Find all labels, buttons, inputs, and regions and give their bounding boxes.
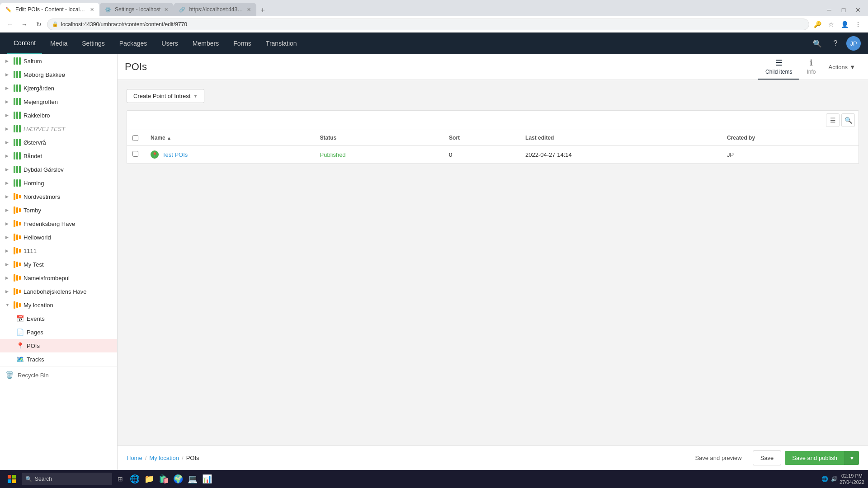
list-view-btn[interactable]: ☰ — [826, 113, 840, 127]
tab-child-items[interactable]: ☰ Child items — [758, 54, 799, 80]
forward-btn[interactable]: → — [18, 18, 31, 31]
taskbar-chrome[interactable]: 🌍 — [172, 473, 184, 485]
sidebar-icon — [14, 57, 21, 65]
sidebar-item-helloworld[interactable]: ▶ Helloworld — [0, 230, 117, 244]
sidebar-item-haervej[interactable]: ▶ HÆRVEJ TEST — [0, 122, 117, 136]
page-icon: 📄 — [16, 328, 24, 336]
nav-content[interactable]: Content — [7, 33, 42, 54]
save-button[interactable]: Save — [753, 450, 782, 465]
item-link-testpois[interactable]: 📍 Test POIs — [151, 150, 309, 159]
nav-members[interactable]: Members — [186, 33, 225, 54]
sidebar-item-mylocation[interactable]: ▼ My location — [0, 298, 117, 312]
breadcrumb-mylocation[interactable]: My location — [149, 455, 179, 461]
help-icon[interactable]: ? — [828, 36, 843, 51]
sidebar-item-frederiksberg[interactable]: ▶ Frederiksberg Have — [0, 217, 117, 230]
taskbar-vscode[interactable]: 💻 — [186, 473, 199, 485]
taskbar-search-icon: 🔍 — [25, 476, 32, 482]
sidebar-item-tornby[interactable]: ▶ Tornby — [0, 203, 117, 217]
tracks-icon: 🗺️ — [16, 356, 24, 363]
network-icon[interactable]: 🌐 — [821, 476, 828, 482]
recycle-bin-item[interactable]: 🗑️ Recycle Bin — [0, 366, 117, 384]
actions-dropdown[interactable]: Actions ▼ — [823, 61, 861, 73]
sidebar-item-nordvestmors[interactable]: ▶ Nordvestmors — [0, 190, 117, 203]
breadcrumb-home[interactable]: Home — [127, 455, 142, 461]
publish-dropdown-button[interactable]: ▼ — [844, 451, 859, 465]
sidebar-item-kjaergaarden[interactable]: ▶ Kjærgården — [0, 81, 117, 95]
create-point-button[interactable]: Create Point of Intrest ▼ — [127, 89, 204, 103]
row-checkbox[interactable] — [132, 151, 138, 157]
nav-forms[interactable]: Forms — [227, 33, 258, 54]
table-row: 📍 Test POIs Published 0 — [127, 146, 859, 164]
taskbar-task-view[interactable]: ⊞ — [114, 473, 127, 485]
sidebar-child-pages[interactable]: 📄 Pages — [0, 325, 117, 339]
address-text: localhost:44390/umbraco#/content/content… — [61, 21, 187, 28]
tab1-favicon: ✏️ — [5, 7, 12, 13]
address-bar[interactable]: 🔒 localhost:44390/umbraco#/content/conte… — [47, 19, 809, 30]
chevron-icon: ▶ — [5, 194, 11, 199]
new-tab-button[interactable]: ＋ — [256, 4, 269, 16]
volume-icon[interactable]: 🔊 — [831, 476, 838, 482]
minimize-btn[interactable]: ─ — [823, 4, 835, 16]
sidebar-item-horning[interactable]: ▶ Horning — [0, 176, 117, 190]
taskbar-clock[interactable]: 02:19 PM 27/04/2022 — [840, 473, 864, 486]
menu-btn[interactable]: ⋮ — [852, 18, 864, 31]
bookmark-btn[interactable]: ☆ — [825, 18, 837, 31]
nav-packages[interactable]: Packages — [113, 33, 153, 54]
browser-tab-1[interactable]: ✏️ Edit: POIs - Content - localhost ✕ — [0, 3, 99, 16]
taskbar-edge[interactable]: 🌐 — [128, 473, 141, 485]
nav-translation[interactable]: Translation — [259, 33, 303, 54]
tab3-close[interactable]: ✕ — [247, 7, 251, 13]
sidebar-item-nameisfrombepul[interactable]: ▶ Nameisfrombepul — [0, 271, 117, 285]
sidebar-label-oestervraa: Østervrå — [24, 139, 113, 146]
sidebar-item-1111[interactable]: ▶ 1111 — [0, 244, 117, 258]
sidebar-item-mejerigruften[interactable]: ▶ Mejerigroften — [0, 95, 117, 108]
browser-tab-3[interactable]: 🔗 https://localhost:44390/api/v1/ic... ✕ — [174, 3, 256, 16]
nav-users[interactable]: Users — [155, 33, 184, 54]
sidebar-item-moeborg[interactable]: ▶ Møborg Bakkeø — [0, 68, 117, 81]
breadcrumb: Home / My location / POIs — [127, 455, 199, 461]
sort-value: 0 — [449, 151, 452, 158]
browser-tab-2[interactable]: ⚙️ Settings - localhost ✕ — [99, 3, 174, 16]
taskbar-search[interactable]: 🔍 Search — [22, 473, 112, 485]
reload-btn[interactable]: ↻ — [33, 18, 45, 31]
maximize-btn[interactable]: □ — [837, 4, 850, 16]
content-body: Create Point of Intrest ▼ ☰ 🔍 — [118, 80, 868, 446]
search-table-btn[interactable]: 🔍 — [841, 113, 855, 127]
sidebar-child-tracks[interactable]: 🗺️ Tracks — [0, 352, 117, 366]
sidebar-item-dybdal[interactable]: ▶ Dybdal Gårslev — [0, 163, 117, 176]
chevron-icon: ▶ — [5, 289, 11, 294]
sidebar-item-oestervraa[interactable]: ▶ Østervrå — [0, 136, 117, 149]
created-by-col-label: Created by — [727, 135, 755, 141]
tab2-close[interactable]: ✕ — [164, 7, 168, 13]
sidebar-icon — [14, 71, 21, 78]
col-created-by: Created by — [722, 130, 859, 146]
extensions-btn[interactable]: 🔑 — [811, 18, 824, 31]
close-btn[interactable]: ✕ — [852, 4, 864, 16]
search-icon[interactable]: 🔍 — [810, 36, 825, 51]
back-btn[interactable]: ← — [4, 18, 16, 31]
taskbar-app1[interactable]: 📊 — [201, 473, 213, 485]
nav-media[interactable]: Media — [44, 33, 74, 54]
nav-settings[interactable]: Settings — [75, 33, 111, 54]
sidebar-item-mytest[interactable]: ▶ My Test — [0, 258, 117, 271]
start-button[interactable] — [4, 472, 20, 486]
save-publish-button[interactable]: Save and publish — [785, 451, 844, 465]
sidebar-child-events[interactable]: 📅 Events — [0, 312, 117, 325]
tab-info[interactable]: ℹ Info — [799, 54, 823, 80]
sidebar-item-saltum[interactable]: ▶ Saltum — [0, 54, 117, 68]
taskbar-explorer[interactable]: 📁 — [143, 473, 156, 485]
select-all-checkbox[interactable] — [132, 135, 138, 141]
taskbar-store[interactable]: 🛍️ — [157, 473, 170, 485]
sidebar-item-baandet[interactable]: ▶ Båndet — [0, 149, 117, 163]
sidebar-icon — [14, 98, 21, 105]
sidebar-recycle: 🗑️ Recycle Bin — [0, 366, 117, 384]
save-preview-button[interactable]: Save and preview — [688, 451, 749, 465]
sidebar-child-pois[interactable]: 📍 POIs — [0, 339, 117, 352]
user-avatar[interactable]: JP — [846, 36, 861, 51]
sidebar-item-rakkelbro[interactable]: ▶ Rakkelbro — [0, 108, 117, 122]
tab1-close[interactable]: ✕ — [90, 7, 94, 13]
profile-btn[interactable]: 👤 — [838, 18, 851, 31]
sidebar-item-landbohojskolens[interactable]: ▶ Landbohøjskolens Have — [0, 285, 117, 298]
sidebar-icon — [14, 166, 21, 173]
breadcrumb-sep-1: / — [145, 455, 147, 461]
